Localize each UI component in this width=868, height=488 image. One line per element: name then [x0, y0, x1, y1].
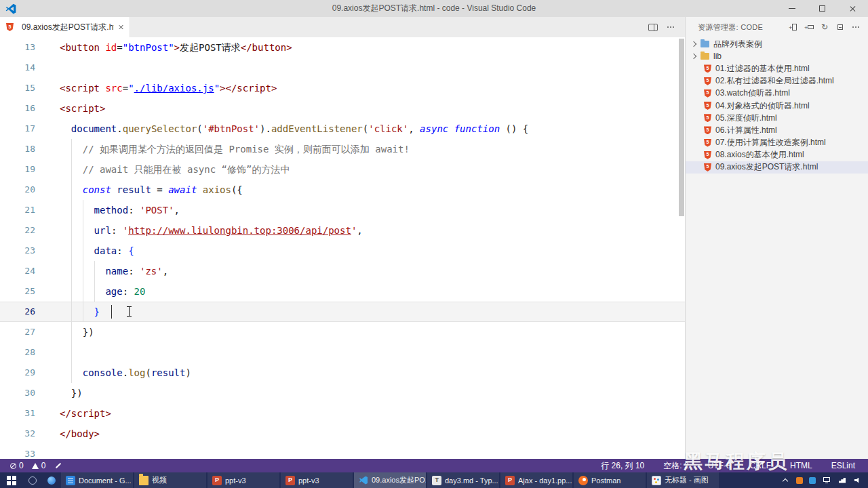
taskbar-app[interactable]: Document - G...: [61, 472, 133, 488]
more-actions-icon[interactable]: [667, 26, 675, 28]
code-line-content[interactable]: </body>: [51, 424, 685, 444]
code-line-content[interactable]: age: 20: [51, 281, 685, 302]
taskbar-app[interactable]: ppt-v3: [281, 472, 353, 488]
tree-item-file[interactable]: 03.watch侦听器.html: [686, 87, 868, 100]
taskbar-apps: Document - G...视频ppt-v3ppt-v309.axios发起P…: [61, 472, 720, 488]
indentation[interactable]: 空格: 2: [660, 460, 692, 472]
warning-count[interactable]: 0: [28, 461, 50, 470]
eslint[interactable]: ESLint: [828, 461, 859, 470]
code-token: function: [454, 123, 500, 134]
code-line-content[interactable]: name: 'zs',: [51, 261, 685, 281]
eslint-status[interactable]: [50, 465, 66, 466]
taskbar-app[interactable]: ppt-v3: [208, 472, 279, 488]
tree-item-folder[interactable]: 品牌列表案例: [686, 38, 868, 50]
folder-icon: [701, 53, 709, 60]
close-icon: [850, 5, 856, 12]
code-line-content[interactable]: console.log(result): [51, 363, 685, 383]
tree-item-file[interactable]: 01.过滤器的基本使用.html: [686, 62, 868, 75]
refresh-icon[interactable]: [821, 22, 830, 32]
html-file-icon: [704, 163, 711, 171]
taskbar-app[interactable]: Ajax - day1.pp...: [500, 472, 572, 488]
more-icon[interactable]: [852, 22, 861, 32]
taskbar-app[interactable]: Postman: [574, 472, 646, 488]
indent-guide-line: [71, 180, 72, 200]
tree-item-file[interactable]: 02.私有过滤器和全局过滤器.html: [686, 75, 868, 87]
minimize-button[interactable]: [776, 0, 807, 17]
browser-icon[interactable]: [42, 472, 61, 488]
chevron-up-icon[interactable]: [781, 476, 790, 485]
code-line-content[interactable]: }): [51, 383, 685, 403]
display-icon[interactable]: [822, 476, 831, 485]
code-token: </script>: [226, 83, 277, 94]
network-icon[interactable]: [837, 476, 847, 485]
indent-guide-line: [71, 302, 72, 322]
code-line-content[interactable]: <script src="./lib/axios.js"></script>: [51, 78, 685, 98]
code-line-content[interactable]: <script>: [51, 98, 685, 119]
encoding[interactable]: UTF-8: [705, 461, 734, 470]
tree-item-label: 08.axios的基本使用.html: [715, 149, 804, 161]
code-line-content[interactable]: [51, 342, 685, 363]
taskbar-app[interactable]: 视频: [134, 472, 206, 488]
code-line-content[interactable]: }: [51, 302, 685, 322]
split-editor-icon[interactable]: [648, 24, 658, 31]
tray-app-blue-icon[interactable]: [809, 477, 816, 484]
tray-app-orange-icon[interactable]: [796, 477, 803, 484]
code-token: async: [420, 123, 448, 134]
code-line-content[interactable]: // 如果调用某个方法的返回值是 Promise 实例，则前面可以添加 awai…: [51, 139, 685, 159]
tab-close-icon[interactable]: [118, 24, 123, 30]
code-token: </body>: [60, 428, 100, 439]
code-line-content[interactable]: </script>: [51, 403, 685, 424]
indent-guide-line: [94, 261, 95, 281]
code-line-content[interactable]: // await 只能用在被 async “修饰”的方法中: [51, 159, 685, 180]
code-line-content[interactable]: const result = await axios({: [51, 180, 685, 200]
line-number: 31: [0, 403, 51, 424]
new-file-icon[interactable]: [789, 22, 799, 32]
volume-icon[interactable]: [853, 476, 863, 485]
code-token: [60, 225, 94, 236]
code-line: 23 data: {: [0, 241, 685, 261]
code-line-content[interactable]: data: {: [51, 241, 685, 261]
tree-item-file[interactable]: 06.计算属性.html: [686, 124, 868, 136]
scrollbar-thumb[interactable]: [679, 39, 684, 216]
code-token: ./lib/axios.js: [134, 83, 214, 94]
tree-item-file[interactable]: 05.深度侦听.html: [686, 112, 868, 124]
code-line-content[interactable]: [51, 58, 685, 78]
maximize-button[interactable]: [807, 0, 837, 17]
collapse-folders-icon[interactable]: [836, 22, 846, 32]
code-editor[interactable]: 13<button id="btnPost">发起POST请求</button>…: [0, 37, 685, 459]
tree-item-folder[interactable]: lib: [686, 50, 868, 62]
code-token: axios: [203, 184, 231, 195]
code-line: 21 method: 'POST',: [0, 200, 685, 220]
start-button[interactable]: [0, 472, 23, 488]
code-line-content[interactable]: [51, 444, 685, 459]
tree-item-file[interactable]: 04.对象格式的侦听器.html: [686, 100, 868, 112]
code-token: name: [105, 266, 128, 277]
error-count[interactable]: 0: [7, 461, 27, 470]
taskbar-app[interactable]: 09.axios发起PO...: [354, 472, 426, 488]
html-file-icon: [704, 77, 711, 85]
code-token: 发起POST请求: [180, 42, 241, 53]
new-folder-icon[interactable]: [805, 22, 814, 32]
code-line-content[interactable]: method: 'POST',: [51, 200, 685, 220]
code-line-content[interactable]: url: 'http://www.liulongbin.top:3006/api…: [51, 220, 685, 241]
document-icon: [66, 476, 75, 485]
code-line: 15<script src="./lib/axios.js"></script>: [0, 78, 685, 98]
tree-item-file[interactable]: 07.使用计算属性改造案例.html: [686, 137, 868, 149]
taskbar-app[interactable]: day3.md - Typ...: [427, 472, 499, 488]
cortana-icon[interactable]: [23, 472, 42, 488]
editor-scrollbar[interactable]: [678, 37, 685, 459]
code-token: }): [71, 388, 83, 399]
close-button[interactable]: [837, 0, 868, 17]
taskbar-app[interactable]: 无标题 - 画图: [647, 472, 719, 488]
tab-active-file[interactable]: 09.axios发起POST请求.html: [0, 17, 130, 37]
tree-item-file[interactable]: 09.axios发起POST请求.html: [686, 161, 868, 174]
code-line-content[interactable]: document.querySelector('#btnPost').addEv…: [51, 119, 685, 139]
eol[interactable]: CRLF: [747, 461, 774, 470]
code-token: id: [105, 42, 117, 53]
tree-item-file[interactable]: 08.axios的基本使用.html: [686, 149, 868, 161]
line-number: 17: [0, 119, 51, 139]
code-line-content[interactable]: <button id="btnPost">发起POST请求</button>: [51, 37, 685, 58]
code-line-content[interactable]: }): [51, 322, 685, 342]
language-mode[interactable]: HTML: [787, 461, 816, 470]
cursor-position[interactable]: 行 26, 列 10: [597, 460, 648, 472]
